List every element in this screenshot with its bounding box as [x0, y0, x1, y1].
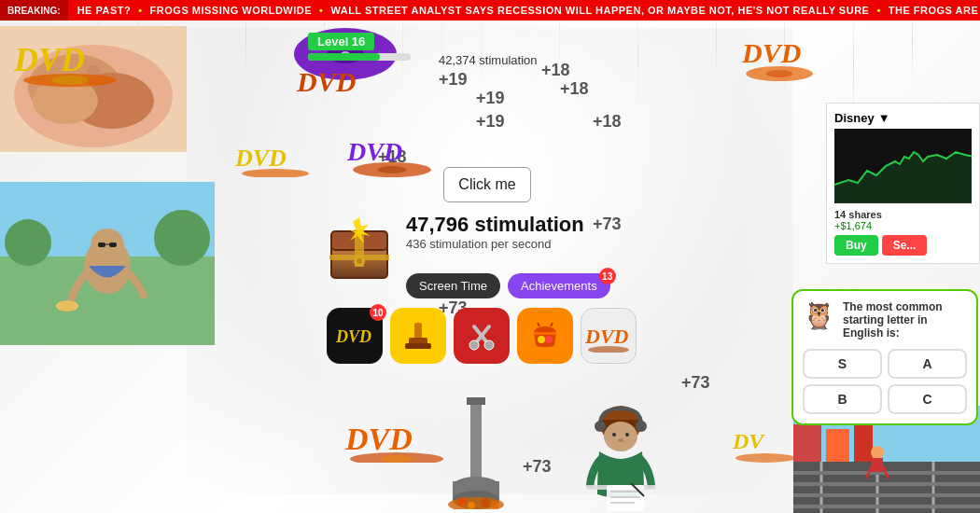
svg-rect-16	[109, 243, 117, 247]
float-num-1: +19	[439, 70, 468, 90]
click-me-button[interactable]: Click me	[443, 167, 531, 202]
dvd-app-icon[interactable]: DVD 10	[327, 308, 383, 364]
sell-button[interactable]: Se...	[882, 235, 928, 256]
level-progress-fill	[308, 53, 380, 61]
level-progress-track	[308, 53, 411, 61]
svg-point-56	[380, 455, 413, 463]
stock-dropdown-icon[interactable]: ▼	[878, 111, 890, 125]
achievements-badge: 13	[599, 268, 616, 284]
svg-text:DV: DV	[733, 429, 765, 453]
duolingo-widget: 🦉 The most common starting letter in Eng…	[791, 289, 978, 425]
dvd-logo-purple: DVD	[345, 131, 439, 186]
duo-option-b[interactable]: B	[803, 384, 882, 414]
stock-company: Disney	[834, 111, 875, 125]
ticker-item-1: HE PAST?	[77, 5, 132, 16]
duo-option-a[interactable]: A	[888, 349, 967, 379]
grocery-app-icon[interactable]	[517, 308, 573, 364]
svg-text:DVD: DVD	[336, 327, 371, 346]
svg-point-99	[457, 497, 467, 506]
svg-rect-39	[405, 343, 431, 349]
man-photo	[0, 182, 215, 345]
float-num-6: +18	[593, 112, 622, 132]
svg-point-102	[491, 501, 498, 508]
svg-text:DVD: DVD	[585, 325, 629, 348]
ticker-bar: BREAKING: HE PAST? • FROGS MISSING WORLD…	[0, 0, 980, 21]
knife-app-icon[interactable]	[454, 308, 510, 364]
svg-point-18	[56, 300, 78, 312]
stock-footer: 14 shares +$1,674	[834, 209, 972, 231]
svg-line-46	[551, 323, 553, 326]
svg-point-101	[481, 498, 490, 507]
svg-point-53	[766, 70, 792, 77]
achievements-button[interactable]: Achievements	[508, 273, 610, 298]
stimulation-label: 42,374 stimulation	[439, 53, 538, 67]
ticker-label: BREAKING:	[0, 0, 68, 21]
screen-time-button[interactable]: Screen Time	[406, 273, 500, 298]
stock-change: +$1,674	[834, 220, 972, 231]
float-num-10: +73	[681, 373, 710, 393]
svg-text:DVD: DVD	[345, 422, 413, 456]
ticker-dot-2: •	[319, 5, 323, 16]
svg-text:DVD: DVD	[346, 137, 402, 166]
duo-option-c[interactable]: C	[888, 384, 967, 414]
ticker-item-2: FROGS MISSING WORLDWIDE	[150, 5, 312, 16]
svg-point-8	[51, 76, 89, 85]
duolingo-question: The most common starting letter in Engli…	[843, 300, 967, 340]
float-num-5: +19	[476, 112, 505, 132]
svg-point-47	[538, 336, 545, 343]
stimulation-count: 47,796 stimulation	[406, 213, 584, 237]
stimulation-value: 42,374 stimulation	[439, 53, 538, 67]
svg-point-43	[484, 340, 494, 350]
man-image	[0, 182, 215, 345]
ticker-dot-3: •	[876, 5, 880, 16]
svg-point-34	[357, 258, 362, 264]
duolingo-options: S A B C	[803, 349, 967, 414]
dvd-app-badge: 10	[370, 304, 386, 321]
buy-button[interactable]: Buy	[834, 235, 878, 256]
svg-rect-75	[872, 458, 883, 472]
duo-option-s[interactable]: S	[803, 349, 882, 379]
svg-rect-44	[534, 332, 556, 335]
action-buttons: Screen Time Achievements 13	[406, 273, 610, 298]
svg-rect-72	[793, 493, 980, 497]
float-num-11: +73	[523, 457, 552, 477]
svg-point-27	[378, 166, 406, 173]
ticker-content: HE PAST? • FROGS MISSING WORLDWIDE • WAL…	[68, 5, 980, 16]
float-num-3: +18	[541, 61, 570, 80]
svg-text:DVD: DVD	[13, 41, 85, 78]
svg-text:DVD: DVD	[234, 145, 287, 172]
stock-header: Disney ▼	[834, 111, 972, 125]
svg-point-85	[625, 433, 629, 437]
svg-point-81	[595, 421, 606, 432]
svg-text:DVD: DVD	[296, 66, 356, 97]
treasure-chest	[322, 213, 397, 298]
float-num-4: +18	[560, 79, 589, 99]
stock-shares: 14 shares	[834, 209, 972, 220]
achievements-container: Achievements 13	[508, 273, 610, 298]
svg-rect-15	[98, 243, 105, 247]
mic-app-icon[interactable]	[390, 308, 446, 364]
svg-point-11	[5, 219, 51, 266]
svg-rect-62	[793, 424, 821, 462]
duolingo-owl-icon: 🦉	[803, 300, 835, 331]
stimulation-per-second: 436 stimulation per second	[406, 237, 584, 251]
student-illustration	[560, 392, 681, 513]
svg-rect-93	[470, 397, 482, 481]
dvd-logo-top-right: DVD	[742, 33, 817, 97]
svg-rect-73	[793, 505, 980, 508]
app-icons-row: DVD 10 DV	[327, 308, 637, 364]
svg-rect-71	[793, 482, 980, 486]
float-num-2: +19	[476, 89, 505, 108]
dvd-logo-top-left: DVD	[9, 35, 131, 90]
saucepan-icon	[448, 397, 504, 513]
dvd-app2-icon[interactable]: DVD	[581, 308, 637, 364]
svg-point-42	[469, 340, 479, 350]
stock-widget: Disney ▼ 14 shares +$1,674 Buy Se...	[826, 103, 980, 264]
ticker-dot-1: •	[138, 5, 142, 16]
svg-point-86	[618, 438, 623, 442]
svg-point-83	[604, 422, 637, 451]
svg-point-48	[545, 336, 553, 343]
svg-rect-37	[414, 323, 422, 340]
float-num-8: +73	[593, 215, 622, 234]
main-counter: 47,796 stimulation 436 stimulation per s…	[406, 213, 584, 251]
